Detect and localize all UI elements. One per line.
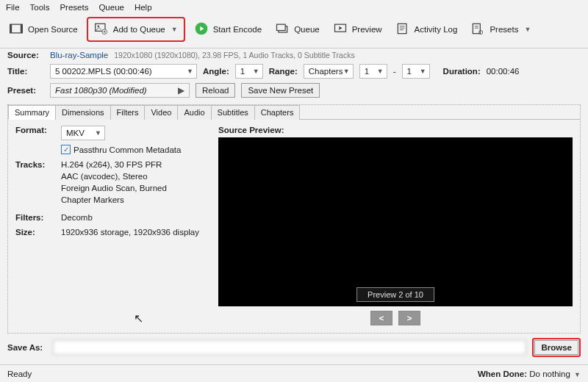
range-from-value: 1: [365, 67, 369, 76]
menu-help[interactable]: Help: [135, 3, 152, 12]
duration-value: 00:00:46: [487, 67, 520, 76]
open-source-button[interactable]: Open Source: [4, 19, 82, 40]
chevron-down-icon: ▼: [187, 68, 193, 75]
preview-label: Preview: [352, 25, 382, 34]
status-ready: Ready: [7, 370, 32, 378]
format-select[interactable]: MKV▼: [61, 126, 105, 140]
track-item: Chapter Markers: [61, 195, 207, 204]
tab-subtitles[interactable]: Subtitles: [211, 105, 255, 120]
chevron-down-icon: ▼: [420, 68, 426, 75]
tab-filters[interactable]: Filters: [110, 105, 146, 120]
tab-summary[interactable]: Summary: [8, 105, 56, 120]
queue-icon: [275, 21, 290, 37]
menu-tools[interactable]: Tools: [30, 3, 50, 12]
queue-label: Queue: [294, 25, 320, 34]
preview-counter: Preview 2 of 10: [356, 287, 434, 302]
source-label: Source:: [7, 51, 44, 60]
range-dash: -: [393, 67, 396, 76]
activity-log-button[interactable]: Activity Log: [391, 19, 462, 40]
preset-label: Preset:: [7, 86, 44, 95]
queue-button[interactable]: Queue: [270, 19, 324, 40]
angle-value: 1: [240, 67, 245, 76]
track-item: AAC (avcodec), Stereo: [61, 172, 207, 181]
format-value: MKV: [66, 129, 85, 137]
menubar: File Tools Presets Queue Help: [0, 0, 588, 15]
open-source-label: Open Source: [28, 25, 78, 34]
preview-prev-button[interactable]: <: [370, 311, 392, 325]
tab-chapters[interactable]: Chapters: [254, 105, 301, 120]
angle-label: Angle:: [203, 67, 229, 76]
range-to-value: 1: [407, 67, 412, 76]
range-from-select[interactable]: 1▼: [359, 64, 387, 79]
status-bar: Ready When Done: Do nothing ▼: [0, 364, 588, 382]
format-label: Format:: [15, 126, 61, 154]
tab-dimensions[interactable]: Dimensions: [55, 105, 110, 120]
menu-queue[interactable]: Queue: [98, 3, 124, 12]
menu-file[interactable]: File: [6, 3, 20, 12]
svg-rect-2: [21, 24, 23, 33]
angle-select[interactable]: 1▼: [235, 64, 263, 79]
size-value: 1920x936 storage, 1920x936 display: [61, 228, 207, 237]
filters-value: Decomb: [61, 213, 207, 222]
tabs: Summary Dimensions Filters Video Audio S…: [8, 104, 580, 120]
chevron-down-icon: ▼: [253, 68, 259, 75]
when-done-label: When Done:: [478, 370, 527, 378]
passthru-checkbox[interactable]: ✓ Passthru Common Metadata: [61, 145, 181, 154]
check-icon: ✓: [61, 145, 71, 154]
add-to-queue-highlight: Add to Queue ▼: [87, 17, 185, 42]
tracks-list: H.264 (x264), 30 FPS PFR AAC (avcodec), …: [61, 160, 207, 207]
passthru-label: Passthru Common Metadata: [74, 145, 181, 154]
preview-icon: [333, 21, 348, 37]
activity-log-label: Activity Log: [415, 25, 458, 34]
range-label: Range:: [269, 67, 298, 76]
save-as-label: Save As:: [7, 343, 47, 352]
tracks-label: Tracks:: [15, 160, 61, 207]
size-label: Size:: [15, 228, 61, 237]
main-panel: Summary Dimensions Filters Video Audio S…: [7, 104, 581, 334]
preset-row: Preset: Fast 1080p30 (Modified)▶ Reload …: [0, 81, 588, 100]
svg-rect-1: [10, 24, 12, 33]
when-done[interactable]: When Done: Do nothing ▼: [478, 370, 581, 378]
presets-button[interactable]: Presets ▼: [466, 19, 535, 40]
range-type-select[interactable]: Chapters▼: [304, 64, 354, 79]
reload-button[interactable]: Reload: [196, 83, 235, 98]
save-new-preset-button[interactable]: Save New Preset: [241, 83, 320, 98]
save-as-field[interactable]: [53, 340, 526, 355]
chevron-down-icon: ▼: [95, 129, 101, 137]
preset-select[interactable]: Fast 1080p30 (Modified)▶: [50, 83, 190, 98]
preview-next-button[interactable]: >: [398, 311, 420, 325]
track-item: H.264 (x264), 30 FPS PFR: [61, 160, 207, 169]
preset-value: Fast 1080p30 (Modified): [55, 86, 147, 95]
range-to-select[interactable]: 1▼: [402, 64, 430, 79]
presets-label: Presets: [490, 25, 518, 34]
svg-marker-11: [339, 26, 342, 30]
start-encode-label: Start Encode: [213, 25, 262, 34]
browse-button[interactable]: Browse: [534, 340, 578, 355]
menu-presets[interactable]: Presets: [60, 3, 88, 12]
preview-button[interactable]: Preview: [329, 19, 387, 40]
source-preview: Preview 2 of 10: [218, 137, 573, 306]
presets-icon: [470, 21, 485, 37]
chevron-down-icon: ▼: [574, 371, 581, 378]
title-row: Title: 5 00202.MPLS (00:00:46)▼ Angle: 1…: [0, 62, 588, 81]
chevron-down-icon: ▼: [524, 26, 531, 33]
title-value: 5 00202.MPLS (00:00:46): [55, 67, 152, 76]
svg-rect-9: [277, 24, 286, 30]
chevron-down-icon: ▼: [343, 68, 350, 75]
filters-label: Filters:: [15, 213, 61, 222]
when-done-value: Do nothing: [529, 370, 570, 378]
start-encode-button[interactable]: Start Encode: [190, 19, 266, 40]
tab-video[interactable]: Video: [144, 105, 178, 120]
browse-highlight: Browse: [532, 338, 581, 357]
image-plus-icon: [94, 21, 109, 37]
source-row: Source: Blu-ray-Sample 1920x1080 (1920x1…: [0, 48, 588, 62]
play-icon: [194, 21, 209, 37]
add-to-queue-button[interactable]: Add to Queue ▼: [90, 19, 182, 40]
source-name: Blu-ray-Sample: [50, 51, 108, 60]
chevron-down-icon: ▼: [377, 68, 384, 75]
title-select[interactable]: 5 00202.MPLS (00:00:46)▼: [50, 64, 197, 79]
tab-audio[interactable]: Audio: [177, 105, 211, 120]
save-as-row: Save As: Browse: [0, 334, 588, 361]
track-item: Foreign Audio Scan, Burned: [61, 184, 207, 192]
range-type-value: Chapters: [309, 67, 343, 76]
